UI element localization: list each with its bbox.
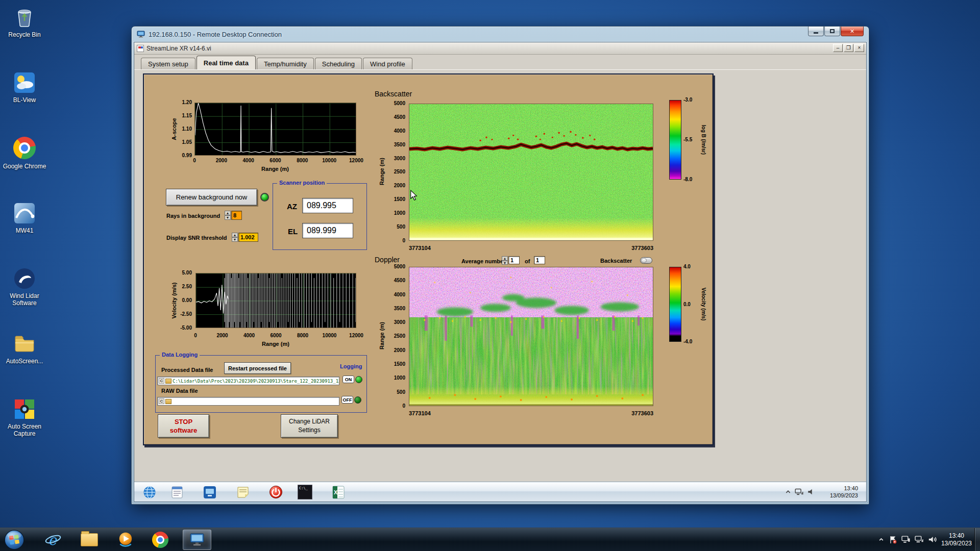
desktop-icon-autoscreen-folder[interactable]: AutoScreen... xyxy=(2,332,47,365)
spinner-down-icon[interactable]: ▼ xyxy=(502,261,508,265)
doppler-backscatter-toggle[interactable] xyxy=(640,257,652,264)
rdc-minimize-button[interactable] xyxy=(808,27,824,36)
rays-spinner[interactable]: ▲▼ xyxy=(225,211,231,220)
rays-in-background-value[interactable]: 8 xyxy=(231,211,242,220)
tick-label: -8.0 xyxy=(683,177,692,183)
tick-label: 0 xyxy=(402,238,405,244)
hidden-icons-arrow[interactable] xyxy=(878,537,884,542)
tab-real-time-data[interactable]: Real time data xyxy=(197,56,256,69)
tick-label: 1000 xyxy=(394,375,405,381)
spinner-up-icon[interactable]: ▲ xyxy=(225,211,231,215)
chrome-icon xyxy=(12,137,37,161)
desktop-icon-label: Recycle Bin xyxy=(2,31,47,38)
average-total-value[interactable]: 1 xyxy=(534,256,545,264)
remote-taskbar-power-icon[interactable] xyxy=(268,485,283,499)
desktop-icon-google-chrome[interactable]: Google Chrome xyxy=(2,136,47,170)
remote-taskbar-cmd-icon[interactable]: C:\_ xyxy=(298,485,312,499)
processed-data-file-label: Processed Data file xyxy=(161,367,213,373)
backscatter-title: Backscatter xyxy=(375,90,412,98)
desktop-icon-auto-screen-capture[interactable]: Auto Screen Capture xyxy=(2,397,47,437)
rdc-close-button[interactable]: × xyxy=(841,27,864,36)
tick-label: 5.00 xyxy=(182,270,192,276)
snr-spinner[interactable]: ▲▼ xyxy=(232,233,238,242)
el-label: EL xyxy=(288,227,298,236)
app-minimize-button[interactable]: – xyxy=(833,44,843,52)
taskbar-rdp-button[interactable] xyxy=(183,530,211,550)
remote-taskbar-notepad-icon[interactable] xyxy=(169,485,184,499)
app-close-button[interactable]: × xyxy=(854,44,864,52)
taskbar-chrome-button[interactable] xyxy=(150,530,170,550)
tick-label: 8000 xyxy=(291,333,314,339)
raw-path-field[interactable]: C xyxy=(157,397,339,406)
processed-path-field[interactable]: C C:\Lidar\Data\Proc\2023\202309\2023091… xyxy=(157,377,339,385)
raw-data-file-label: RAW Data file xyxy=(161,388,198,394)
rdp-session-tray-icon[interactable] xyxy=(901,536,910,543)
toggle-knob-icon xyxy=(354,396,361,404)
remote-network-icon[interactable] xyxy=(795,488,803,496)
system-tray: 13:40 13/09/2023 xyxy=(878,528,972,551)
tick-label: 3000 xyxy=(394,156,405,162)
spinner-up-icon[interactable]: ▲ xyxy=(502,256,508,261)
remote-taskbar: C:\_ X 13:40 13/09/2023 xyxy=(134,482,866,502)
rdp-window-icon xyxy=(189,533,205,547)
remote-taskbar-system-icon[interactable] xyxy=(202,485,217,499)
desktop-icon-wind-lidar[interactable]: Wind Lidar Software xyxy=(2,266,47,307)
volume-tray-icon[interactable] xyxy=(928,536,937,543)
off-label: OFF xyxy=(341,396,353,404)
remote-system-tray xyxy=(785,482,815,502)
restart-processed-file-button[interactable]: Restart processed file xyxy=(224,362,291,374)
spinner-down-icon[interactable]: ▼ xyxy=(225,215,231,220)
tick-label: 2000 xyxy=(210,158,233,164)
remote-taskbar-browser-icon[interactable] xyxy=(142,485,157,499)
snr-threshold-label: Display SNR threshold xyxy=(166,235,227,241)
show-desktop-button[interactable] xyxy=(974,528,980,551)
raw-logging-toggle[interactable]: OFF xyxy=(341,396,361,404)
desktop-icon-mw41[interactable]: MW41 xyxy=(2,201,47,234)
start-button[interactable] xyxy=(4,530,24,550)
el-value-field[interactable]: 089.999 xyxy=(302,223,353,238)
backscatter-plot xyxy=(409,104,653,241)
taskbar-clock[interactable]: 13:40 13/09/2023 xyxy=(941,532,972,547)
doppler-colorbar xyxy=(669,267,681,342)
svg-text:X: X xyxy=(334,489,338,495)
browse-folder-icon[interactable] xyxy=(165,399,172,404)
taskbar-ie-button[interactable]: e xyxy=(43,530,63,550)
remote-clock[interactable]: 13:40 13/09/2023 xyxy=(830,485,858,499)
processed-logging-toggle[interactable]: ON xyxy=(342,375,362,383)
velocity-x-ticks: 020004000600080001000012000 xyxy=(184,333,368,339)
tab-wind-profile[interactable]: Wind profile xyxy=(363,58,412,69)
tab-system-setup[interactable]: System setup xyxy=(141,58,195,69)
snr-threshold-value[interactable]: 1.002 xyxy=(238,233,258,242)
stop-software-button[interactable]: STOPsoftware xyxy=(158,414,209,438)
taskbar-wmp-button[interactable] xyxy=(115,530,136,550)
change-lidar-settings-button[interactable]: Change LiDARSettings xyxy=(281,414,338,438)
desktop-icon-bl-view[interactable]: BL-View xyxy=(2,70,47,104)
renew-background-button[interactable]: Renew background now xyxy=(166,189,257,206)
app-maximize-button[interactable]: ❒ xyxy=(844,44,853,52)
remote-taskbar-notes-icon[interactable] xyxy=(235,485,250,499)
tick-label: 5000 xyxy=(394,101,405,107)
spinner-down-icon[interactable]: ▼ xyxy=(232,237,238,242)
tick-label: 4500 xyxy=(394,114,405,120)
action-center-flag-icon[interactable] xyxy=(889,536,897,544)
remote-volume-icon[interactable] xyxy=(807,488,815,495)
tab-temp-humidity[interactable]: Temp/humidity xyxy=(257,58,314,69)
network-tray-icon[interactable] xyxy=(915,536,923,543)
average-number-value[interactable]: 1 xyxy=(508,256,520,264)
remote-taskbar-spreadsheet-icon[interactable]: X xyxy=(331,485,346,499)
desktop-icon-label: Google Chrome xyxy=(2,163,47,170)
average-spinner[interactable]: ▲▼ xyxy=(502,256,508,265)
browse-folder-icon[interactable] xyxy=(165,379,172,384)
tab-bar: System setup Real time data Temp/humidit… xyxy=(134,55,866,70)
spinner-up-icon[interactable]: ▲ xyxy=(232,233,238,237)
remote-hidden-icons-arrow[interactable] xyxy=(785,489,791,495)
bl-view-icon xyxy=(12,70,37,95)
az-value-field[interactable]: 089.995 xyxy=(302,198,353,213)
tab-scheduling[interactable]: Scheduling xyxy=(315,58,362,69)
taskbar-explorer-button[interactable] xyxy=(79,530,100,550)
tick-label: 2000 xyxy=(211,333,234,339)
rdc-restore-button[interactable] xyxy=(824,27,840,36)
desktop-icon-recycle-bin[interactable]: Recycle Bin xyxy=(2,5,47,38)
scanner-position-title: Scanner position xyxy=(277,180,327,186)
logging-label: Logging xyxy=(340,363,362,369)
